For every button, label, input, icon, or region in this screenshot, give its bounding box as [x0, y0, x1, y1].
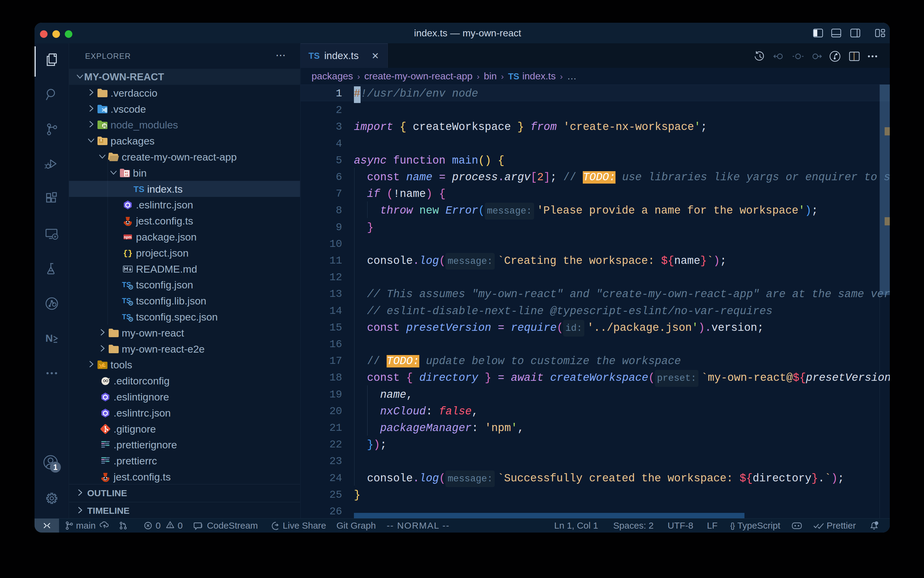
- svg-text:{}: {}: [123, 249, 132, 258]
- svg-text:npm: npm: [124, 235, 131, 239]
- svg-text:1: 1: [53, 463, 58, 471]
- svg-text:JS: JS: [102, 124, 106, 128]
- svg-text:N: N: [45, 332, 53, 344]
- svg-text:TS: TS: [134, 185, 144, 194]
- svg-text:10: 10: [125, 174, 128, 177]
